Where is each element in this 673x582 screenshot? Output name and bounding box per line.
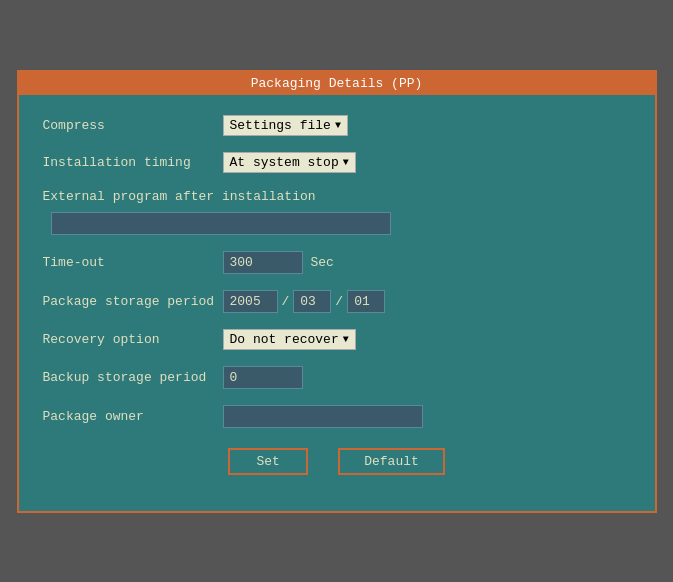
package-owner-label: Package owner xyxy=(43,409,223,424)
compress-label: Compress xyxy=(43,118,223,133)
recovery-option-dropdown[interactable]: Do not recover ▼ xyxy=(223,329,356,350)
compress-dropdown[interactable]: Settings file ▼ xyxy=(223,115,348,136)
storage-period-label: Package storage period xyxy=(43,294,223,309)
external-program-label: External program after installation xyxy=(43,189,631,204)
compress-dropdown-arrow: ▼ xyxy=(335,120,341,131)
recovery-option-arrow: ▼ xyxy=(343,334,349,345)
external-program-input[interactable] xyxy=(51,212,391,235)
storage-month-input[interactable] xyxy=(293,290,331,313)
recovery-option-row: Recovery option Do not recover ▼ xyxy=(43,329,631,350)
external-program-row: External program after installation xyxy=(43,189,631,235)
timeout-input[interactable] xyxy=(223,251,303,274)
package-owner-row: Package owner xyxy=(43,405,631,428)
installation-timing-value: At system stop xyxy=(230,155,339,170)
storage-day-input[interactable] xyxy=(347,290,385,313)
installation-timing-dropdown[interactable]: At system stop ▼ xyxy=(223,152,356,173)
backup-storage-input[interactable] xyxy=(223,366,303,389)
installation-timing-row: Installation timing At system stop ▼ xyxy=(43,152,631,173)
backup-storage-row: Backup storage period xyxy=(43,366,631,389)
installation-timing-arrow: ▼ xyxy=(343,157,349,168)
content-area: Compress Settings file ▼ Installation ti… xyxy=(19,95,655,511)
timeout-unit: Sec xyxy=(311,255,334,270)
timeout-label: Time-out xyxy=(43,255,223,270)
compress-dropdown-value: Settings file xyxy=(230,118,331,133)
package-owner-input[interactable] xyxy=(223,405,423,428)
date-group: / / xyxy=(223,290,386,313)
timeout-row: Time-out Sec xyxy=(43,251,631,274)
recovery-option-label: Recovery option xyxy=(43,332,223,347)
window-title: Packaging Details (PP) xyxy=(251,76,423,91)
main-window: Packaging Details (PP) Compress Settings… xyxy=(17,70,657,513)
storage-year-input[interactable] xyxy=(223,290,278,313)
button-row: Set Default xyxy=(43,448,631,491)
recovery-option-value: Do not recover xyxy=(230,332,339,347)
date-sep-1: / xyxy=(282,294,290,309)
set-button[interactable]: Set xyxy=(228,448,308,475)
storage-period-row: Package storage period / / xyxy=(43,290,631,313)
title-bar: Packaging Details (PP) xyxy=(19,72,655,95)
backup-storage-label: Backup storage period xyxy=(43,370,223,385)
date-sep-2: / xyxy=(335,294,343,309)
compress-row: Compress Settings file ▼ xyxy=(43,115,631,136)
installation-timing-label: Installation timing xyxy=(43,155,223,170)
default-button[interactable]: Default xyxy=(338,448,445,475)
